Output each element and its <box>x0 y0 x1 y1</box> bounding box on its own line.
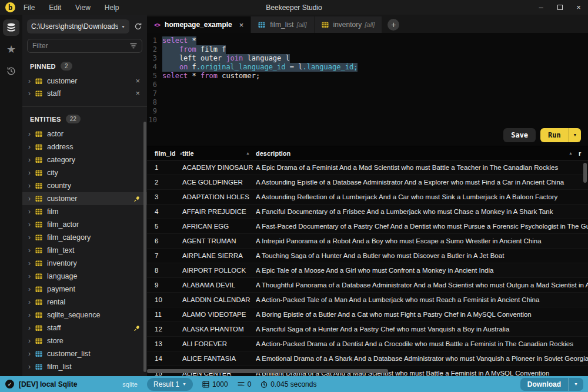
result-selector[interactable]: Result 1 ▼ <box>147 378 193 391</box>
sidebar-scrollbar[interactable] <box>143 122 146 372</box>
sidebar-item-staff[interactable]: ›staff <box>22 321 147 334</box>
pinned-item-staff[interactable]: ›staff× <box>22 87 147 99</box>
cell-title[interactable]: ALADDIN CALENDAR <box>182 296 256 303</box>
table-row[interactable]: 7AIRPLANE SIERRAA Touching Saga of a Hun… <box>147 249 588 263</box>
cell-description[interactable]: A Thoughtful Panorama of a Database Admi… <box>256 282 588 289</box>
cell-film-id[interactable]: 5 <box>147 223 182 230</box>
sidebar-item-country[interactable]: ›country <box>22 179 147 192</box>
sidebar-item-customer[interactable]: ›customer <box>22 192 147 205</box>
code-line-6[interactable]: 6 <box>147 81 588 89</box>
table-row[interactable]: 11ALAMO VIDEOTAPEA Boring Epistle of a B… <box>147 307 588 322</box>
cell-film-id[interactable]: 2 <box>147 179 182 186</box>
database-selector[interactable]: C:\Users\ghstng\Downloads ▼ <box>27 19 129 33</box>
run-button-label[interactable]: Run <box>540 128 569 142</box>
sidebar-item-film_category[interactable]: ›film_category <box>22 231 147 244</box>
cell-title[interactable]: ALICE FANTASIA <box>182 355 256 362</box>
save-button[interactable]: Save <box>503 128 536 142</box>
sidebar-item-film_text[interactable]: ›film_text <box>22 244 147 257</box>
filter-input[interactable] <box>32 42 130 50</box>
sidebar-item-payment[interactable]: ›payment <box>22 283 147 296</box>
code-line-5[interactable]: 5select * from customer; <box>147 72 588 81</box>
pin-indicator[interactable] <box>133 196 140 202</box>
sidebar-item-store[interactable]: ›store <box>22 334 147 347</box>
menu-view[interactable]: View <box>75 4 91 12</box>
pin-indicator[interactable] <box>133 325 140 331</box>
rail-tables-button[interactable] <box>3 19 19 36</box>
table-row[interactable]: 1ACADEMY DINOSAURA Epic Drama of a Femin… <box>147 160 588 175</box>
column-header-title[interactable]: title▲ <box>182 146 256 160</box>
sidebar-item-actor[interactable]: ›actor <box>22 128 147 140</box>
cell-film-id[interactable]: 11 <box>147 311 182 318</box>
download-button[interactable]: Download ▼ <box>520 378 583 391</box>
cell-title[interactable]: ALASKA PHANTOM <box>182 326 256 333</box>
cell-title[interactable]: AFFAIR PREJUDICE <box>182 208 256 215</box>
code-line-9[interactable]: 9 <box>147 107 588 116</box>
cell-film-id[interactable]: 1 <box>147 164 182 171</box>
cell-title[interactable]: AGENT TRUMAN <box>182 237 256 244</box>
table-row[interactable]: 10ALADDIN CALENDARA Action-Packed Tale o… <box>147 293 588 307</box>
sort-asc-icon[interactable]: ▲ <box>246 151 250 155</box>
cell-description[interactable]: A Fast-Paced Documentary of a Pastry Che… <box>256 223 588 230</box>
table-row[interactable]: 14ALICE FANTASIAA Emotional Drama of a A… <box>147 351 588 366</box>
cell-film-id[interactable]: 10 <box>147 296 182 303</box>
cell-description[interactable]: A Boring Epistle of a Butler And a Cat w… <box>256 311 588 318</box>
close-icon[interactable]: × <box>239 21 244 29</box>
cell-title[interactable]: AIRPORT POLLOCK <box>182 267 256 274</box>
run-options-caret[interactable]: ▼ <box>569 128 581 142</box>
sql-editor[interactable]: 1select *2 from film f3 left outer join … <box>147 33 588 146</box>
table-row[interactable]: 9ALABAMA DEVILA Thoughtful Panorama of a… <box>147 278 588 293</box>
sidebar-item-address[interactable]: ›address <box>22 140 147 153</box>
cell-title[interactable]: ADAPTATION HOLES <box>182 193 256 200</box>
code-line-8[interactable]: 8 <box>147 98 588 107</box>
sidebar-item-film[interactable]: ›film <box>22 205 147 218</box>
rail-favorites-button[interactable]: ★ <box>3 41 19 58</box>
menu-help[interactable]: Help <box>105 4 119 12</box>
sort-asc-icon[interactable]: ▲ <box>569 151 573 155</box>
code-line-3[interactable]: 3 left outer join language l <box>147 54 588 63</box>
cell-title[interactable]: AIRPLANE SIERRA <box>182 252 256 259</box>
cell-description[interactable]: A Fanciful Documentary of a Frisbee And … <box>256 208 588 215</box>
cell-film-id[interactable]: 14 <box>147 355 182 362</box>
sidebar-item-city[interactable]: ›city <box>22 166 147 179</box>
table-row[interactable]: 13ALI FOREVERA Action-Packed Drama of a … <box>147 337 588 351</box>
cell-film-id[interactable]: 8 <box>147 267 182 274</box>
horizontal-scrollbar[interactable] <box>147 369 388 373</box>
code-line-2[interactable]: 2 from film f <box>147 45 588 54</box>
sidebar-item-rental[interactable]: ›rental <box>22 296 147 309</box>
table-row[interactable]: 12ALASKA PHANTOMA Fanciful Saga of a Hun… <box>147 322 588 337</box>
table-row[interactable]: 6AGENT TRUMANA Intrepid Panorama of a Ro… <box>147 234 588 249</box>
sidebar-item-sqlite_sequence[interactable]: ›sqlite_sequence <box>22 309 147 321</box>
entity-filter[interactable] <box>27 39 142 53</box>
menu-edit[interactable]: Edit <box>49 4 61 12</box>
cell-title[interactable]: ALABAMA DEVIL <box>182 282 256 289</box>
pinned-item-customer[interactable]: ›customer× <box>22 75 147 87</box>
table-row[interactable]: 4AFFAIR PREJUDICEA Fanciful Documentary … <box>147 205 588 219</box>
run-button[interactable]: Run ▼ <box>540 128 581 142</box>
minimize-button[interactable]: – <box>532 0 550 15</box>
table-row[interactable]: 2ACE GOLDFINGERA Astounding Epistle of a… <box>147 175 588 190</box>
cell-description[interactable]: A Action-Packed Tale of a Man And a Lumb… <box>256 296 588 303</box>
unpin-icon[interactable]: × <box>135 76 140 85</box>
vertical-scrollbar[interactable] <box>583 163 587 183</box>
code-line-7[interactable]: 7 <box>147 89 588 98</box>
sidebar-item-staff_list[interactable]: ›staff_list <box>22 373 147 376</box>
refresh-button[interactable] <box>134 22 142 31</box>
tab-homepage_example[interactable]: <>homepage_example× <box>147 16 250 33</box>
cell-title[interactable]: ACADEMY DINOSAUR <box>182 164 256 171</box>
tab-inventory[interactable]: inventory[all] <box>315 16 382 33</box>
code-line-1[interactable]: 1select * <box>147 36 588 45</box>
sidebar-item-language[interactable]: ›language <box>22 270 147 283</box>
cell-film-id[interactable]: 6 <box>147 237 182 244</box>
tab-film_list[interactable]: film_list[all] <box>251 16 313 33</box>
rail-history-button[interactable] <box>3 63 19 79</box>
cell-film-id[interactable]: 13 <box>147 340 182 347</box>
close-button[interactable]: × <box>569 0 588 15</box>
code-line-4[interactable]: 4 on f.original_language_id = l.language… <box>147 63 588 72</box>
menu-file[interactable]: File <box>24 4 35 12</box>
cell-description[interactable]: A Action-Packed Drama of a Dentist And a… <box>256 340 588 347</box>
cell-film-id[interactable]: 7 <box>147 252 182 259</box>
table-row[interactable]: 8AIRPORT POLLOCKA Epic Tale of a Moose A… <box>147 263 588 278</box>
download-button-label[interactable]: Download <box>520 378 569 391</box>
cell-film-id[interactable]: 12 <box>147 326 182 333</box>
download-options-caret[interactable]: ▼ <box>569 378 583 391</box>
